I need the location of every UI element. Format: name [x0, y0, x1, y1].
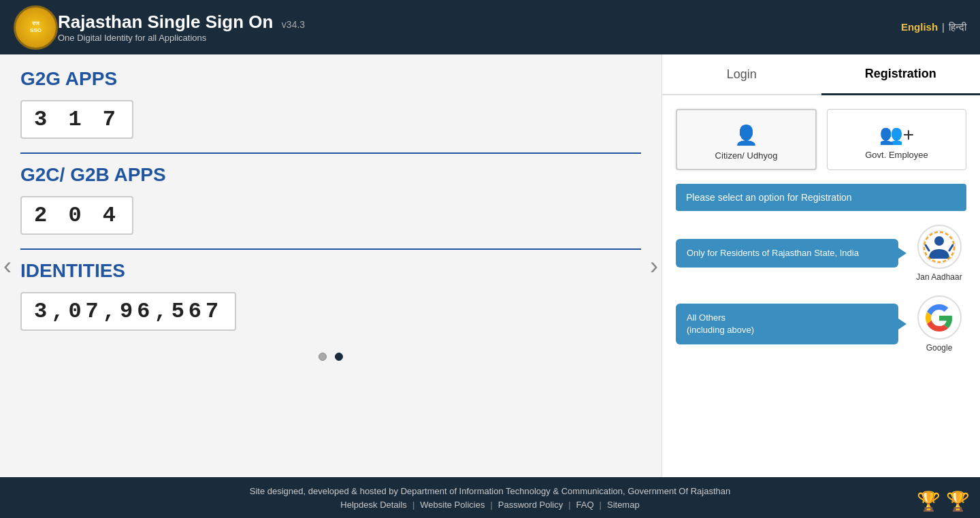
lang-separator: |: [942, 21, 945, 33]
google-circle[interactable]: [917, 295, 962, 340]
g2g-title: G2G APPS: [20, 68, 641, 90]
carousel-dots: [20, 351, 641, 370]
left-panel: ‹ › G2G APPS 3 1 7 G2C/ G2B APPS 2 0 4 I…: [0, 54, 662, 477]
rajasthan-logo: राजSSO: [14, 5, 58, 50]
tab-login[interactable]: Login: [662, 54, 821, 94]
language-switcher: English | हिन्दी: [901, 21, 966, 33]
trophy-icon-1: 🏆: [917, 490, 941, 513]
google-icon-wrap[interactable]: Google: [912, 295, 966, 353]
trophy-area: 🏆 🏆: [917, 490, 970, 513]
google-label: Google: [926, 343, 953, 353]
google-option-row: All Others(including above): [676, 295, 966, 353]
header-title: Rajasthan Single Sign On: [58, 12, 273, 32]
carousel-dot-2[interactable]: [335, 353, 343, 361]
all-others-speech-bubble: All Others(including above): [676, 304, 898, 344]
citizen-icon: 👤: [684, 124, 808, 146]
g2c-count: 2 0 4: [20, 196, 133, 235]
registration-options: Only for Residents of Rajasthan State, I…: [676, 225, 966, 353]
footer-site-text: Site designed, developed & hosted by Dep…: [250, 486, 731, 496]
header-subtitle: One Digital Identity for all Application…: [58, 33, 966, 43]
header-title-block: Rajasthan Single Sign On v34.3 One Digit…: [58, 12, 966, 43]
main-container: ‹ › G2G APPS 3 1 7 G2C/ G2B APPS 2 0 4 I…: [0, 54, 980, 477]
govt-employee-button[interactable]: 👥+ Govt. Employee: [827, 109, 966, 170]
divider-1: [20, 152, 641, 154]
all-others-label-container: All Others(including above): [676, 304, 898, 344]
g2g-section: G2G APPS 3 1 7: [20, 68, 641, 139]
divider-2: [20, 248, 641, 250]
govt-label: Govt. Employee: [865, 150, 928, 160]
identities-title: IDENTITIES: [20, 260, 641, 282]
residents-label-container: Only for Residents of Rajasthan State, I…: [676, 239, 898, 268]
carousel-dot-1[interactable]: [318, 353, 327, 361]
header-version: v34.3: [282, 19, 305, 30]
tabs: Login Registration: [662, 54, 980, 95]
jan-aadhaar-option-row: Only for Residents of Rajasthan State, I…: [676, 225, 966, 282]
google-svg: [926, 304, 953, 331]
sitemap-link[interactable]: Sitemap: [607, 500, 640, 510]
jan-aadhaar-circle[interactable]: [917, 225, 962, 269]
citizen-udhyog-button[interactable]: 👤 Citizen/ Udhyog: [676, 109, 817, 170]
identities-section: IDENTITIES 3,07,96,567: [20, 260, 641, 331]
tab-registration[interactable]: Registration: [821, 54, 981, 95]
user-type-row: 👤 Citizen/ Udhyog 👥+ Govt. Employee: [676, 109, 966, 170]
identities-count: 3,07,96,567: [20, 292, 236, 331]
g2c-section: G2C/ G2B APPS 2 0 4: [20, 164, 641, 235]
footer: Site designed, developed & hosted by Dep…: [0, 477, 980, 518]
english-lang-button[interactable]: English: [901, 21, 938, 33]
residents-speech-bubble: Only for Residents of Rajasthan State, I…: [676, 239, 898, 268]
header: राजSSO Rajasthan Single Sign On v34.3 On…: [0, 0, 980, 54]
password-policy-link[interactable]: Password Policy: [498, 500, 563, 510]
hindi-lang-button[interactable]: हिन्दी: [949, 21, 966, 33]
registration-banner: Please select an option for Registration: [676, 184, 966, 211]
helpdesk-link[interactable]: Helpdesk Details: [340, 500, 407, 510]
g2g-count: 3 1 7: [20, 100, 133, 139]
right-panel: Login Registration 👤 Citizen/ Udhyog 👥+ …: [662, 54, 980, 477]
trophy-icon-2: 🏆: [946, 490, 970, 513]
svg-point-1: [934, 236, 944, 246]
g2c-title: G2C/ G2B APPS: [20, 164, 641, 186]
carousel-prev-button[interactable]: ‹: [3, 252, 12, 280]
jan-aadhaar-icon-wrap[interactable]: Jan Aadhaar: [912, 225, 966, 282]
faq-link[interactable]: FAQ: [576, 500, 594, 510]
website-policies-link[interactable]: Website Policies: [420, 500, 485, 510]
jan-aadhaar-label: Jan Aadhaar: [916, 272, 962, 282]
citizen-label: Citizen/ Udhyog: [715, 150, 778, 161]
jan-aadhaar-svg: [922, 230, 956, 264]
registration-content: 👤 Citizen/ Udhyog 👥+ Govt. Employee Plea…: [662, 95, 980, 366]
footer-links: Helpdesk Details | Website Policies | Pa…: [336, 500, 643, 510]
govt-icon: 👥+: [834, 123, 959, 146]
carousel-next-button[interactable]: ›: [650, 252, 658, 280]
